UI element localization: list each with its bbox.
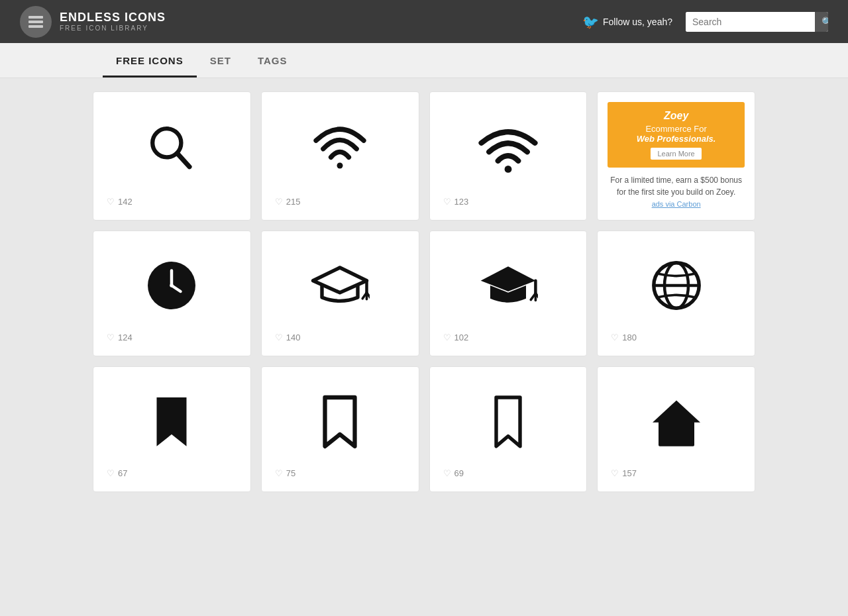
ad-zoey-title: Zoey — [614, 110, 738, 122]
icon-display — [443, 244, 574, 326]
icon-card-bookmark-filled[interactable]: ♡ 67 — [93, 366, 251, 492]
heart-icon: ♡ — [275, 333, 283, 342]
logo-text: ENDLESS ICONS FREE ICON LIBRARY — [60, 11, 166, 32]
ad-card: Zoey Ecommerce For Web Professionals. Le… — [597, 91, 755, 221]
icon-display — [611, 380, 741, 462]
icon-grid: ♡ 142 ♡ 215 — [93, 91, 755, 492]
like-count: 75 — [286, 468, 295, 478]
icon-card-home[interactable]: ♡ 157 — [597, 366, 755, 492]
like-count: 67 — [118, 468, 127, 478]
header: ENDLESS ICONS FREE ICON LIBRARY 🐦 Follow… — [0, 0, 848, 43]
main-content: ♡ 142 ♡ 215 — [0, 78, 848, 505]
icon-footer: ♡ 67 — [107, 468, 127, 478]
icon-card-clock[interactable]: ♡ 124 — [93, 231, 251, 356]
brand-name: ENDLESS ICONS — [60, 11, 166, 25]
icon-display — [275, 105, 405, 190]
like-count: 215 — [286, 197, 301, 207]
like-count: 142 — [118, 197, 132, 207]
brand-tagline: FREE ICON LIBRARY — [60, 25, 166, 32]
learn-more-button[interactable]: Learn More — [651, 148, 701, 160]
icon-display — [443, 380, 574, 462]
tab-set[interactable]: SET — [197, 43, 244, 77]
heart-icon: ♡ — [107, 197, 115, 207]
search-icon: 🔍 — [822, 17, 828, 27]
icon-display — [443, 105, 574, 190]
icon-display — [275, 380, 405, 462]
icon-display — [107, 380, 237, 462]
like-count: 124 — [118, 333, 132, 342]
brand-area: ENDLESS ICONS FREE ICON LIBRARY — [20, 6, 166, 38]
twitter-icon: 🐦 — [582, 14, 599, 30]
icon-footer: ♡ 75 — [275, 468, 295, 478]
svg-marker-17 — [480, 266, 535, 291]
icon-footer: ♡ 142 — [107, 197, 132, 207]
like-count: 180 — [622, 333, 637, 342]
ad-body-text: For a limited time, earn a $500 bonus fo… — [608, 174, 745, 210]
icon-footer: ♡ 215 — [275, 197, 301, 207]
svg-point-5 — [337, 163, 343, 169]
like-count: 140 — [286, 333, 301, 342]
heart-icon: ♡ — [107, 333, 115, 342]
icon-display — [107, 105, 237, 190]
icon-card-bookmark-outline2[interactable]: ♡ 69 — [429, 366, 588, 492]
icon-display — [107, 244, 237, 326]
svg-rect-0 — [28, 16, 43, 19]
heart-icon: ♡ — [611, 468, 619, 478]
svg-marker-27 — [496, 397, 520, 446]
icon-footer: ♡ 123 — [443, 197, 469, 207]
heart-icon: ♡ — [443, 333, 451, 342]
search-input[interactable] — [686, 12, 815, 32]
svg-point-6 — [504, 166, 511, 173]
twitter-follow-link[interactable]: 🐦 Follow us, yeah? — [582, 14, 672, 30]
icon-display — [275, 244, 405, 326]
svg-rect-1 — [28, 21, 43, 23]
nav-tabs: FREE ICONS SET TAGS — [103, 43, 745, 77]
svg-point-11 — [170, 283, 174, 287]
heart-icon: ♡ — [443, 468, 451, 478]
svg-marker-25 — [157, 397, 187, 446]
nav-bar: FREE ICONS SET TAGS — [0, 43, 848, 78]
icon-card-grad-filled[interactable]: ♡ 102 — [429, 231, 588, 356]
logo-icon — [20, 6, 52, 38]
icon-card-search[interactable]: ♡ 142 — [93, 91, 251, 221]
twitter-follow-text: Follow us, yeah? — [603, 17, 672, 27]
ad-subtitle: Ecommerce For Web Professionals. — [614, 124, 738, 144]
search-box: 🔍 — [686, 12, 828, 32]
icon-card-wifi2[interactable]: ♡ 123 — [429, 91, 588, 221]
like-count: 69 — [454, 468, 464, 478]
heart-icon: ♡ — [611, 333, 619, 342]
icon-footer: ♡ 69 — [443, 468, 464, 478]
header-right: 🐦 Follow us, yeah? 🔍 — [582, 12, 828, 32]
icon-display — [611, 244, 741, 326]
heart-icon: ♡ — [275, 197, 283, 207]
svg-marker-26 — [325, 397, 355, 446]
heart-icon: ♡ — [443, 197, 451, 207]
icon-card-bookmark-outline[interactable]: ♡ 75 — [261, 366, 419, 492]
like-count: 123 — [454, 197, 469, 207]
svg-line-4 — [178, 154, 189, 167]
svg-rect-29 — [659, 421, 694, 446]
icon-card-grad-outline[interactable]: ♡ 140 — [261, 231, 419, 356]
icon-footer: ♡ 124 — [107, 333, 132, 342]
heart-icon: ♡ — [275, 468, 283, 478]
tab-tags[interactable]: TAGS — [244, 43, 301, 77]
icon-card-wifi[interactable]: ♡ 215 — [261, 91, 419, 221]
carbon-link[interactable]: ads via Carbon — [652, 200, 701, 208]
tab-free-icons[interactable]: FREE ICONS — [103, 43, 197, 77]
icon-card-globe[interactable]: ♡ 180 — [597, 231, 755, 356]
ad-banner: Zoey Ecommerce For Web Professionals. Le… — [608, 102, 745, 168]
icon-footer: ♡ 157 — [611, 468, 637, 478]
search-button[interactable]: 🔍 — [815, 12, 828, 32]
like-count: 157 — [622, 468, 637, 478]
icon-footer: ♡ 180 — [611, 333, 637, 342]
heart-icon: ♡ — [107, 468, 115, 478]
svg-marker-28 — [653, 400, 700, 422]
like-count: 102 — [454, 333, 469, 342]
svg-rect-2 — [28, 25, 43, 28]
icon-footer: ♡ 140 — [275, 333, 301, 342]
icon-footer: ♡ 102 — [443, 333, 469, 342]
